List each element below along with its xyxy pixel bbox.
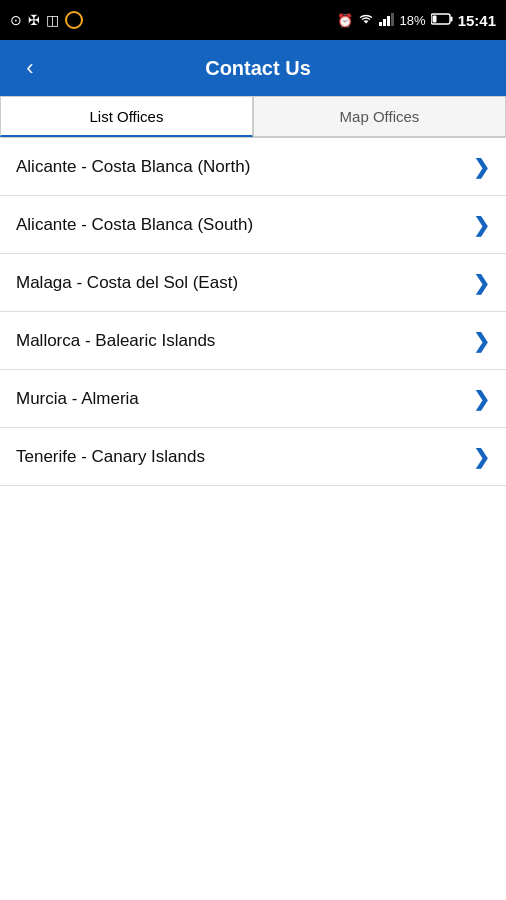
back-button[interactable]: ‹ — [12, 50, 48, 86]
tab-map-offices[interactable]: Map Offices — [253, 96, 506, 137]
nav-title: Contact Us — [58, 57, 458, 80]
chevron-right-icon: ❯ — [473, 329, 490, 353]
back-arrow-icon: ‹ — [26, 55, 33, 81]
list-item-text: Murcia - Almeria — [16, 389, 139, 409]
tab-map-offices-label: Map Offices — [340, 108, 420, 125]
usb-icon: ✠ — [28, 12, 40, 28]
list-item[interactable]: Tenerife - Canary Islands ❯ — [0, 428, 506, 486]
battery-icon — [431, 13, 453, 28]
list-item[interactable]: Mallorca - Balearic Islands ❯ — [0, 312, 506, 370]
tab-list-offices-label: List Offices — [90, 108, 164, 125]
list-item-text: Alicante - Costa Blanca (South) — [16, 215, 253, 235]
status-bar: ⊙ ✠ ◫ ⏰ 18% — [0, 0, 506, 40]
svg-rect-6 — [432, 15, 436, 22]
list-item[interactable]: Alicante - Costa Blanca (South) ❯ — [0, 196, 506, 254]
alarm-icon: ⏰ — [337, 13, 353, 28]
chevron-right-icon: ❯ — [473, 213, 490, 237]
status-bar-left-icons: ⊙ ✠ ◫ — [10, 11, 83, 29]
svg-rect-1 — [383, 19, 386, 26]
chevron-right-icon: ❯ — [473, 387, 490, 411]
location-icon: ⊙ — [10, 12, 22, 28]
list-item[interactable]: Murcia - Almeria ❯ — [0, 370, 506, 428]
list-item-text: Tenerife - Canary Islands — [16, 447, 205, 467]
battery-percentage: 18% — [400, 13, 426, 28]
status-bar-right-icons: ⏰ 18% 15:41 — [337, 12, 496, 29]
nav-bar: ‹ Contact Us — [0, 40, 506, 96]
svg-rect-2 — [387, 16, 390, 26]
chevron-right-icon: ❯ — [473, 445, 490, 469]
list-item[interactable]: Alicante - Costa Blanca (North) ❯ — [0, 138, 506, 196]
list-item-text: Alicante - Costa Blanca (North) — [16, 157, 250, 177]
svg-rect-0 — [379, 22, 382, 26]
list-item-text: Malaga - Costa del Sol (East) — [16, 273, 238, 293]
tab-bar: List Offices Map Offices — [0, 96, 506, 138]
tab-list-offices[interactable]: List Offices — [0, 96, 253, 137]
offices-list: Alicante - Costa Blanca (North) ❯ Alican… — [0, 138, 506, 486]
signal-bars-icon — [379, 12, 395, 29]
svg-rect-5 — [450, 16, 452, 21]
chevron-right-icon: ❯ — [473, 271, 490, 295]
list-item[interactable]: Malaga - Costa del Sol (East) ❯ — [0, 254, 506, 312]
svg-rect-3 — [391, 13, 394, 26]
sync-icon — [65, 11, 83, 29]
image-icon: ◫ — [46, 12, 59, 28]
empty-content-area — [0, 486, 506, 900]
chevron-right-icon: ❯ — [473, 155, 490, 179]
status-time: 15:41 — [458, 12, 496, 29]
list-item-text: Mallorca - Balearic Islands — [16, 331, 215, 351]
wifi-icon — [358, 13, 374, 28]
